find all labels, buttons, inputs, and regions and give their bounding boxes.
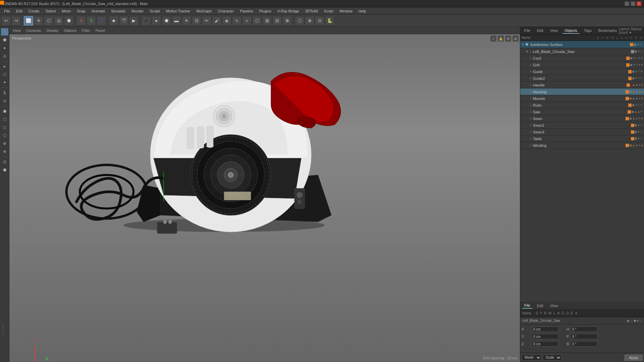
viewport-tab-cameras[interactable]: Cameras bbox=[24, 28, 43, 33]
menu-select[interactable]: Select bbox=[43, 8, 59, 14]
viewport-tab-display[interactable]: Display bbox=[44, 28, 60, 33]
camera-button[interactable]: ⊡ bbox=[192, 16, 201, 25]
left-tool-2[interactable]: ⬟ bbox=[1, 36, 8, 44]
x-input[interactable] bbox=[532, 326, 558, 332]
cube-button[interactable]: ⬛ bbox=[142, 16, 151, 25]
p-input[interactable] bbox=[571, 334, 597, 339]
viewport-maximize-button[interactable]: ⤢ bbox=[490, 36, 496, 42]
viewport-tab-view[interactable]: View bbox=[11, 28, 23, 33]
undo-button[interactable]: ↩ bbox=[1, 16, 11, 25]
maximize-button[interactable]: □ bbox=[631, 1, 635, 6]
sewn2-row[interactable]: ○ Sewn2 ▣ ✕ ✓ bbox=[520, 122, 644, 129]
menu-plugins[interactable]: Plugins bbox=[257, 8, 274, 14]
subdivision-surface-row[interactable]: ▼ ⬟ Subdivision Surface ▣ ✕ ✓ bbox=[520, 41, 644, 48]
menu-vray[interactable]: V-Ray Bridge bbox=[275, 8, 302, 14]
rpanel-tab-objects[interactable]: Objects bbox=[562, 28, 579, 34]
pen-tool[interactable]: ✏ bbox=[202, 16, 211, 25]
menu-pipeline[interactable]: Pipeline bbox=[237, 8, 256, 14]
x-axis-button[interactable]: ✕ bbox=[76, 16, 86, 25]
menu-script[interactable]: Script bbox=[321, 8, 336, 14]
hair-button[interactable]: ∿ bbox=[232, 16, 241, 25]
deformer-button[interactable]: ⊕ bbox=[282, 16, 292, 25]
menu-create[interactable]: Create bbox=[26, 8, 42, 14]
boole-button[interactable]: ⊞ bbox=[262, 16, 272, 25]
menu-snap[interactable]: Snap bbox=[74, 8, 88, 14]
menu-window[interactable]: Window bbox=[337, 8, 355, 14]
redo-button[interactable]: ↪ bbox=[11, 16, 21, 25]
transform-tool[interactable]: ⬟ bbox=[64, 16, 73, 25]
grill-row[interactable]: ○ Grill ▣ ✕ ✓ ✕ ● bbox=[520, 62, 644, 68]
left-tool-7[interactable]: ✦ bbox=[1, 79, 8, 86]
left-tool-15[interactable]: ⬟ bbox=[1, 166, 8, 174]
paint-tool[interactable]: 🖌 bbox=[212, 16, 221, 25]
left-tool-9[interactable]: ⬡ bbox=[1, 116, 8, 123]
sewn-row[interactable]: ○ Sewn ▣ ▲ ▲ ✕ ● bbox=[520, 115, 644, 122]
rotate-tool[interactable]: ◎ bbox=[54, 16, 63, 25]
layout-label[interactable]: Layout: Startup [User] ▼ bbox=[619, 27, 642, 35]
close-button[interactable]: ✕ bbox=[637, 1, 641, 6]
housing-row[interactable]: ○ Housing ▣ ▲ ▲ ✕ ● bbox=[520, 88, 644, 95]
rpanel-tab-file[interactable]: File bbox=[522, 28, 532, 34]
rpanel-tab-tags[interactable]: Tags bbox=[582, 28, 594, 34]
menu-animate[interactable]: Animate bbox=[89, 8, 108, 14]
model-mode-button[interactable]: ■ bbox=[109, 16, 118, 25]
rbottom-tab-file[interactable]: File bbox=[522, 303, 532, 309]
menu-3dtoall[interactable]: 3DToAll bbox=[303, 8, 321, 14]
menu-simulate[interactable]: Simulate bbox=[108, 8, 128, 14]
z-axis-button[interactable]: Z bbox=[97, 16, 106, 25]
ruler-row[interactable]: ○ Ruler ▣ ✕ ✓ ✕ bbox=[520, 102, 644, 109]
left-tool-dollar[interactable]: $ bbox=[1, 89, 8, 97]
array-button[interactable]: ⊟ bbox=[272, 16, 282, 25]
viewport-settings-button[interactable]: ⚙ bbox=[505, 36, 511, 42]
left-tool-6[interactable]: ⬡ bbox=[1, 71, 8, 78]
viewport-split-button[interactable]: ⊞ bbox=[513, 36, 519, 42]
dynamics-button[interactable]: ⊙ bbox=[315, 16, 324, 25]
h-input[interactable] bbox=[571, 326, 597, 332]
left-tool-3[interactable]: ● bbox=[1, 44, 8, 52]
rpanel-tab-view[interactable]: View bbox=[548, 28, 560, 34]
saw-row[interactable]: ○ Saw ▣ ▲ ▲ ✕ bbox=[520, 109, 644, 115]
table-row[interactable]: ○ Table ▣ ✕ ✓ bbox=[520, 135, 644, 142]
left-tool-circle[interactable]: ⊙ bbox=[1, 97, 8, 105]
menu-file[interactable]: File bbox=[1, 8, 13, 14]
loft-button[interactable]: ⬠ bbox=[252, 16, 262, 25]
world-dropdown[interactable]: World Object bbox=[522, 355, 541, 361]
left-tool-4[interactable]: ◎ bbox=[1, 52, 8, 60]
handle-row[interactable]: ○ Handle ■ ▲ ▲ ✕ ● bbox=[520, 82, 644, 88]
cord-row[interactable]: ○ Cord ▣ ✕ ✓ ✕ ● bbox=[520, 55, 644, 62]
b-input[interactable] bbox=[571, 341, 597, 347]
left-tool-move[interactable]: ↑ bbox=[1, 28, 8, 36]
left-tool-14[interactable]: ⊡ bbox=[1, 158, 8, 166]
select-tool[interactable]: ⬜ bbox=[24, 16, 33, 25]
y-axis-button[interactable]: Y bbox=[87, 16, 96, 25]
menu-edit[interactable]: Edit bbox=[13, 8, 25, 14]
viewport-tab-panel[interactable]: Panel bbox=[94, 28, 107, 33]
menu-mograph[interactable]: MoGraph bbox=[194, 8, 214, 14]
playhead-marker[interactable] bbox=[0, 1, 4, 5]
left-tool-13[interactable]: ⊗ bbox=[1, 148, 8, 155]
minimize-button[interactable]: — bbox=[625, 1, 629, 6]
left-tool-5[interactable]: ▸ bbox=[1, 63, 8, 70]
menu-mesh[interactable]: Mesh bbox=[59, 8, 73, 14]
plane-button[interactable]: ▬ bbox=[172, 16, 181, 25]
z-input[interactable] bbox=[532, 341, 558, 347]
menu-motion-tracker[interactable]: Motion Tracker bbox=[163, 8, 193, 14]
3d-viewport[interactable]: Y X Z bbox=[9, 34, 520, 362]
left-blade-arrow[interactable]: ▼ bbox=[526, 50, 529, 53]
effector-button[interactable]: ⊗ bbox=[305, 16, 314, 25]
render-view-button[interactable]: 🎬 bbox=[119, 16, 128, 25]
mograph-button[interactable]: ⬡ bbox=[295, 16, 304, 25]
apply-button[interactable]: Apply bbox=[625, 355, 643, 361]
viewport-lock-button[interactable]: 🔒 bbox=[498, 36, 504, 42]
viewport-tab-filter[interactable]: Filter bbox=[80, 28, 92, 33]
viewport-tab-options[interactable]: Options bbox=[62, 28, 78, 33]
rpanel-tab-edit[interactable]: Edit bbox=[535, 28, 545, 34]
scale-tool[interactable]: ⬡ bbox=[44, 16, 53, 25]
y-input[interactable] bbox=[532, 334, 558, 339]
scale-dropdown[interactable]: Scale Size bbox=[543, 355, 561, 361]
subdiv-expand-arrow[interactable]: ▼ bbox=[522, 43, 525, 46]
rbottom-tab-edit[interactable]: Edit bbox=[535, 303, 545, 308]
menu-sculpt[interactable]: Sculpt bbox=[147, 8, 163, 14]
guide-row[interactable]: ○ Guide ▣ ✕ ✓ ✕ bbox=[520, 68, 644, 75]
mounts-row[interactable]: ○ Mounts ▣ ▲ ▲ ✕ ● bbox=[520, 95, 644, 102]
